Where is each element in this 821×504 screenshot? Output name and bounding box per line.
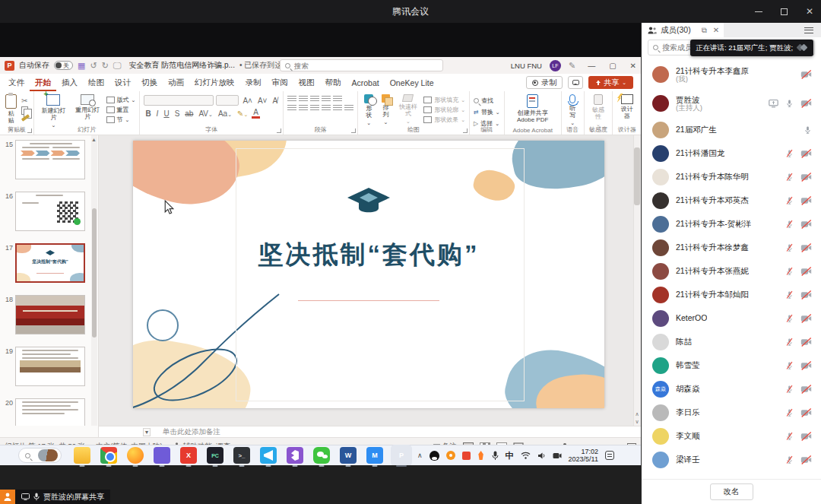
ribbon-tab-录制[interactable]: 录制 <box>240 74 267 91</box>
taskbar-app-visual-studio[interactable] <box>287 447 303 464</box>
ppt-maximize-button[interactable]: ▢ <box>609 62 616 70</box>
undo-icon[interactable]: ↺ <box>90 61 97 71</box>
thumbnail-preview[interactable] <box>15 192 85 231</box>
taskbar-app-wechat[interactable] <box>313 447 330 464</box>
copy-icon[interactable] <box>21 106 28 115</box>
redo-icon[interactable]: ↻ <box>102 61 109 71</box>
volume-icon[interactable] <box>537 452 546 460</box>
taskbar-app-terminal[interactable]: >_ <box>233 447 250 464</box>
ribbon-tab-动画[interactable]: 动画 <box>163 74 189 91</box>
indent-increase-icon[interactable] <box>322 96 331 103</box>
pen-icon[interactable]: ✎ <box>569 61 575 71</box>
ribbon-tab-帮助[interactable]: 帮助 <box>320 74 347 91</box>
reuse-slides-button[interactable]: 重用幻灯片 <box>72 94 103 121</box>
member-row[interactable]: 21计科专升本张燕妮 <box>642 259 821 283</box>
slide-canvas[interactable]: 坚决抵制“套代购” ∧ ∨ <box>99 135 641 426</box>
taskbar-app-red-x[interactable]: X <box>180 447 197 464</box>
slide-scrollbar[interactable]: ∧ ∨ <box>633 135 641 426</box>
dialog-launcher[interactable] <box>351 128 356 133</box>
shrink-font-icon[interactable]: A˅ <box>256 97 269 105</box>
member-row[interactable]: 21计科专升本-贺彬洋 <box>642 212 821 236</box>
member-row[interactable]: 李日乐 <box>642 401 821 424</box>
scrollbar-thumb[interactable] <box>92 208 97 338</box>
cut-icon[interactable]: ✂ <box>21 97 30 105</box>
dialog-launcher[interactable] <box>463 128 468 133</box>
shadow-button[interactable]: S <box>173 109 182 118</box>
next-slide-button[interactable]: ∨ <box>635 419 639 424</box>
reset-button[interactable]: 重置 <box>106 106 136 114</box>
create-pdf-button[interactable]: 创建并共享 Adobe PDF <box>509 94 557 124</box>
comments-button[interactable] <box>568 76 583 89</box>
taskbar-app-powerpoint[interactable]: P <box>393 447 410 464</box>
slide-thumbnail-18[interactable]: 18 <box>0 295 98 334</box>
italic-button[interactable]: I <box>155 109 160 118</box>
thumbnail-preview[interactable] <box>15 398 85 426</box>
security-flame-icon[interactable] <box>477 451 485 460</box>
member-row[interactable]: 梁译壬 <box>642 448 821 471</box>
char-spacing-button[interactable]: AV⌄ <box>197 109 214 118</box>
highlight-button[interactable]: ✎⌄ <box>236 109 249 118</box>
grow-font-icon[interactable]: A˄ <box>241 97 254 105</box>
thumbnail-preview[interactable] <box>15 295 85 334</box>
ribbon-tab-审阅[interactable]: 审阅 <box>267 74 293 91</box>
thumbnails-scrollbar[interactable]: ▲ <box>91 135 97 426</box>
dialog-launcher[interactable] <box>27 128 32 133</box>
minimize-button[interactable] <box>755 11 762 12</box>
ribbon-tab-OneKey Lite[interactable]: OneKey Lite <box>385 74 439 91</box>
quick-styles-button[interactable]: 快速样式⌄ <box>396 94 421 125</box>
bullets-icon[interactable] <box>287 96 296 103</box>
qq-tray-icon[interactable] <box>430 451 439 461</box>
maximize-button[interactable] <box>781 8 788 15</box>
account-avatar[interactable]: LF <box>550 60 561 71</box>
dictate-button[interactable]: 听写⌄ <box>566 94 580 127</box>
collapse-ribbon-icon[interactable]: ⌄ <box>631 125 637 132</box>
font-color-button[interactable]: A <box>252 108 260 119</box>
font-name-select[interactable] <box>144 95 214 106</box>
ribbon-tab-视图[interactable]: 视图 <box>293 74 320 91</box>
tab-members[interactable]: 成员(30) <box>642 23 697 37</box>
ribbon-tab-Acrobat[interactable]: Acrobat <box>347 74 385 91</box>
thumbnail-preview[interactable]: 坚决抵制“套代购” <box>15 243 85 283</box>
arrange-button[interactable]: 排列⌄ <box>379 94 392 126</box>
align-center-icon[interactable] <box>299 105 308 112</box>
font-size-select[interactable] <box>216 95 239 106</box>
start-slideshow-icon[interactable]: 🖵 <box>113 61 122 71</box>
member-row[interactable]: 21计科专升本陈华明 <box>642 165 821 189</box>
thumbnail-preview[interactable] <box>15 347 85 386</box>
taskbar-search[interactable] <box>18 448 62 463</box>
dialog-launcher[interactable] <box>277 128 281 133</box>
slide-thumbnail-19[interactable]: 19 <box>0 347 98 386</box>
scrollbar-thumb[interactable] <box>634 147 640 205</box>
wifi-icon[interactable] <box>521 452 531 459</box>
taskbar-app-purple[interactable] <box>154 447 170 464</box>
notes-collapse-icon[interactable]: ▾ <box>143 428 151 436</box>
panel-menu-button[interactable] <box>804 23 821 37</box>
taskbar-app-vscode[interactable] <box>260 447 277 464</box>
taskbar-app-word[interactable]: W <box>340 447 357 464</box>
close-panel-icon[interactable]: ✕ <box>713 26 719 34</box>
member-row[interactable]: 21计科专升本邓英杰 <box>642 189 821 212</box>
find-button[interactable]: 查找 <box>474 97 500 105</box>
popout-panel-icon[interactable]: ⧉ <box>702 26 707 35</box>
member-row[interactable]: 21届邓广生 <box>642 118 821 141</box>
share-button[interactable]: 共享⌄ <box>588 76 633 89</box>
record-button[interactable]: 录制 <box>526 76 563 89</box>
tray-app-icon[interactable] <box>462 452 471 460</box>
member-row[interactable]: 李文顺 <box>642 424 821 448</box>
member-row[interactable]: 21计科专升本邹灿阳 <box>642 283 821 306</box>
slide[interactable]: 坚决抵制“套代购” <box>133 141 604 408</box>
shape-effects-button[interactable]: 形状效果⌄ <box>423 116 465 124</box>
microphone-tray-icon[interactable] <box>492 451 499 461</box>
new-slide-button[interactable]: 新建幻灯片⌄ <box>38 94 69 129</box>
ppt-search-input[interactable] <box>294 62 438 70</box>
taskbar-app-browser-orange[interactable] <box>127 447 144 464</box>
previous-slide-button[interactable]: ∧ <box>635 411 639 417</box>
align-left-icon[interactable] <box>287 105 296 112</box>
align-right-icon[interactable] <box>310 105 319 112</box>
slide-thumbnail-17[interactable]: 17坚决抵制“套代购” <box>0 243 98 283</box>
columns-icon[interactable] <box>333 105 342 112</box>
ppt-search-box[interactable] <box>280 59 443 71</box>
indent-decrease-icon[interactable] <box>310 96 319 103</box>
sensitivity-button[interactable]: 敏感性⌄ <box>588 94 609 128</box>
member-row[interactable]: KeterOO <box>642 306 821 330</box>
